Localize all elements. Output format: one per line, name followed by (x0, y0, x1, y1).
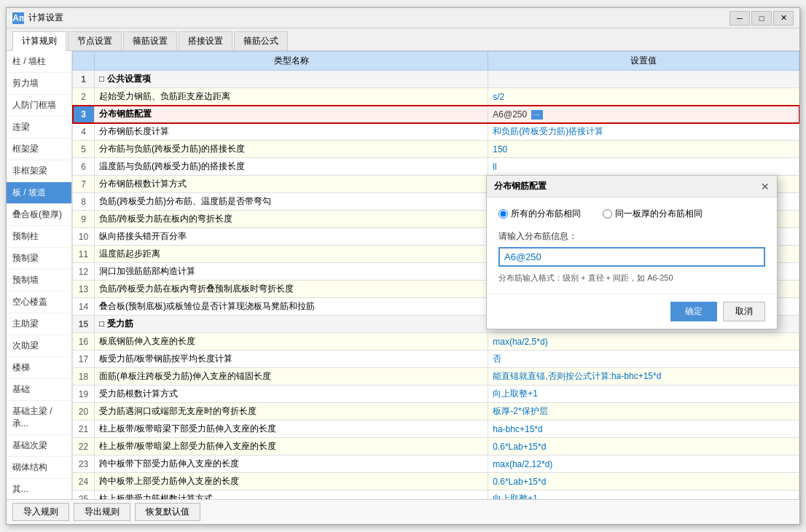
tab-stirrup-settings[interactable]: 箍筋设置 (123, 31, 177, 50)
sidebar-item-slab[interactable]: 板 / 坡道 (7, 182, 71, 204)
dialog-radio-row: 所有的分布筋相同 同一板厚的分布筋相同 (498, 208, 765, 220)
row-type-name: □ 受力筋 (95, 316, 488, 333)
row-type-name: 洞口加强筋筋部构造计算 (95, 263, 488, 281)
distribution-rebar-dialog: 分布钢筋配置 ✕ 所有的分布筋相同 同一板厚的分布筋相同 请 (486, 175, 778, 329)
row-num: 22 (73, 438, 95, 455)
window-title: 计算设置 (28, 12, 63, 24)
dialog-footer: 确定 取消 (487, 294, 777, 329)
restore-defaults-button[interactable]: 恢复默认值 (135, 503, 200, 521)
tab-splice-settings[interactable]: 搭接设置 (179, 31, 232, 50)
radio-same-thickness-input[interactable] (603, 209, 612, 219)
table-row: 5 分布筋与负筋(跨板受力筋)的搭接长度 150 (73, 141, 799, 158)
maximize-button[interactable]: □ (751, 11, 772, 26)
sidebar-item-precast-wall[interactable]: 预制墙 (7, 270, 71, 292)
row-num: 2 (73, 88, 95, 106)
sidebar-item-non-frame-beam[interactable]: 非框架梁 (7, 160, 71, 182)
radio-all-same[interactable]: 所有的分布筋相同 (498, 208, 581, 220)
sidebar-item-foundation[interactable]: 基础 (7, 379, 71, 401)
minimize-button[interactable]: ─ (729, 11, 750, 26)
row-num: 16 (73, 333, 95, 351)
sidebar-item-masonry[interactable]: 砌体结构 (7, 457, 71, 479)
row-num: 24 (73, 473, 95, 490)
sidebar-item-secondary-rib[interactable]: 次助梁 (7, 335, 71, 357)
tab-node-settings[interactable]: 节点设置 (68, 31, 122, 50)
table-row: 1 □ 公共设置项 (73, 71, 799, 88)
row-num: 7 (73, 176, 95, 193)
sidebar-item-stair[interactable]: 楼梯 (7, 357, 71, 379)
sidebar-item-precast-beam[interactable]: 预制梁 (7, 248, 71, 270)
table-row: 23 跨中板带下部受力筋伸入支座的长度 max(ha/2,12*d) (73, 455, 799, 473)
table-row: 24 跨中板带上部受力筋伸入支座的长度 0.6*Lab+15*d (73, 473, 799, 490)
radio-all-same-input[interactable] (498, 209, 508, 219)
radio-same-thickness-label: 同一板厚的分布筋相同 (615, 208, 703, 220)
row-value: 向上取整+1 (488, 490, 799, 500)
row-value: 和负筋(跨板受力筋)搭接计算 (488, 123, 799, 141)
row-type-name: 受力筋根数计算方式 (95, 386, 488, 403)
dialog-rebar-input[interactable] (498, 247, 765, 267)
row-value: max(ha/2,12*d) (488, 455, 799, 473)
row-num: 8 (73, 193, 95, 211)
row-type-name: 叠合板(预制底板)或板雏位是否计算现浇板马凳筋和拉筋 (95, 298, 488, 316)
tab-calc-rules[interactable]: 计算规则 (12, 31, 66, 51)
row-num: 14 (73, 298, 95, 316)
row-value: 150 (488, 141, 799, 158)
row-type-name: 跨中板带下部受力筋伸入支座的长度 (95, 455, 488, 473)
sidebar-item-blast-wall[interactable]: 人防门框墙 (7, 95, 71, 117)
row-type-name: 温度筋起步距离 (95, 246, 488, 263)
title-bar-controls: ─ □ ✕ (729, 11, 794, 26)
table-row: 19 受力筋根数计算方式 向上取整+1 (73, 386, 799, 403)
dialog-cancel-button[interactable]: 取消 (723, 302, 765, 321)
sidebar-item-main-rib[interactable]: 主助梁 (7, 313, 71, 335)
row-type-name: 负筋/跨板受力筋在板内弯折叠预制底板时弯折长度 (95, 281, 488, 298)
row-type-name: 柱上板带/板带暗梁下部受力筋伸入支座的长度 (95, 420, 488, 438)
ellipsis-button[interactable]: ··· (531, 110, 543, 120)
sidebar-item-precast-column[interactable]: 预制柱 (7, 226, 71, 248)
sidebar-item-frame-beam[interactable]: 框架梁 (7, 138, 71, 160)
table-row: 25 柱上板带受力筋根数计算方式 向上取整+1 (73, 490, 799, 500)
sidebar-item-other[interactable]: 其... (7, 479, 71, 499)
row-num: 12 (73, 263, 95, 281)
row-type-name: □ 公共设置项 (95, 71, 488, 88)
window-footer: 导入规则 导出规则 恢复默认值 (7, 499, 799, 524)
close-button[interactable]: ✕ (773, 11, 794, 26)
radio-same-thickness[interactable]: 同一板厚的分布筋相同 (603, 208, 703, 220)
row-type-name: 跨中板带上部受力筋伸入支座的长度 (95, 473, 488, 490)
table-row: 2 起始受力钢筋、负筋距支座边距离 s/2 (73, 88, 799, 106)
export-rules-button[interactable]: 导出规则 (74, 503, 130, 521)
table-row: 18 面筋(单板注跨板受力筋)伸入支座的锚固长度 能直锚就直锚,否则按公式计算:… (73, 368, 799, 386)
table-row-selected[interactable]: 3 分布钢筋配置 A6@250 ··· (73, 106, 799, 123)
table-row: 4 分布钢筋长度计算 和负筋(跨板受力筋)搭接计算 (73, 123, 799, 141)
col-num (73, 52, 95, 71)
sidebar-item-shear-wall[interactable]: 剪力墙 (7, 73, 71, 95)
row-num: 1 (73, 71, 95, 88)
dialog-title: 分布钢筋配置 (494, 180, 547, 192)
import-rules-button[interactable]: 导入规则 (12, 503, 69, 521)
sidebar-item-hollow-floor[interactable]: 空心楼盖 (7, 292, 71, 313)
tabs-bar: 计算规则 节点设置 箍筋设置 搭接设置 箍筋公式 (7, 28, 799, 51)
row-type-name: 板底钢筋伸入支座的长度 (95, 333, 488, 351)
window-content: 柱 / 墙柱 剪力墙 人防门框墙 连梁 框架梁 非框架梁 板 / 坡道 叠合板(… (7, 51, 799, 524)
sidebar-item-composite-slab[interactable]: 叠合板(整厚) (7, 204, 71, 226)
table-row: 21 柱上板带/板带暗梁下部受力筋伸入支座的长度 ha-bhc+15*d (73, 420, 799, 438)
row-num: 20 (73, 403, 95, 420)
sidebar-item-secondary-foundation-beam[interactable]: 基础次梁 (7, 435, 71, 457)
dialog-ok-button[interactable]: 确定 (670, 302, 717, 321)
row-value: max(ha/2,5*d) (488, 333, 799, 351)
row-type-name: 板受力筋/板带钢筋按平均长度计算 (95, 351, 488, 368)
sidebar-item-coupling-beam[interactable]: 连梁 (7, 117, 71, 138)
row-type-name: 负筋(跨板受力筋)分布筋、温度筋是否带弯勾 (95, 193, 488, 211)
sidebar-item-column[interactable]: 柱 / 墙柱 (7, 51, 71, 73)
table-row: 6 温度筋与负筋(跨板受力筋)的搭接长度 ll (73, 158, 799, 176)
row-type-name: 面筋(单板注跨板受力筋)伸入支座的锚固长度 (95, 368, 488, 386)
row-value (488, 71, 799, 88)
row-value: s/2 (488, 88, 799, 106)
sidebar: 柱 / 墙柱 剪力墙 人防门框墙 连梁 框架梁 非框架梁 板 / 坡道 叠合板(… (7, 51, 72, 499)
table-row: 20 受力筋遇洞口或端部无支座时的弯折长度 板厚-2*保护层 (73, 403, 799, 420)
sidebar-item-main-foundation-beam[interactable]: 基础主梁 / 承... (7, 401, 71, 435)
row-value: 0.6*Lab+15*d (488, 438, 799, 455)
tab-stirrup-formula[interactable]: 箍筋公式 (234, 31, 288, 50)
row-num: 11 (73, 246, 95, 263)
row-type-name: 受力筋遇洞口或端部无支座时的弯折长度 (95, 403, 488, 420)
dialog-close-button[interactable]: ✕ (761, 181, 770, 192)
row-value: 否 (488, 351, 799, 368)
